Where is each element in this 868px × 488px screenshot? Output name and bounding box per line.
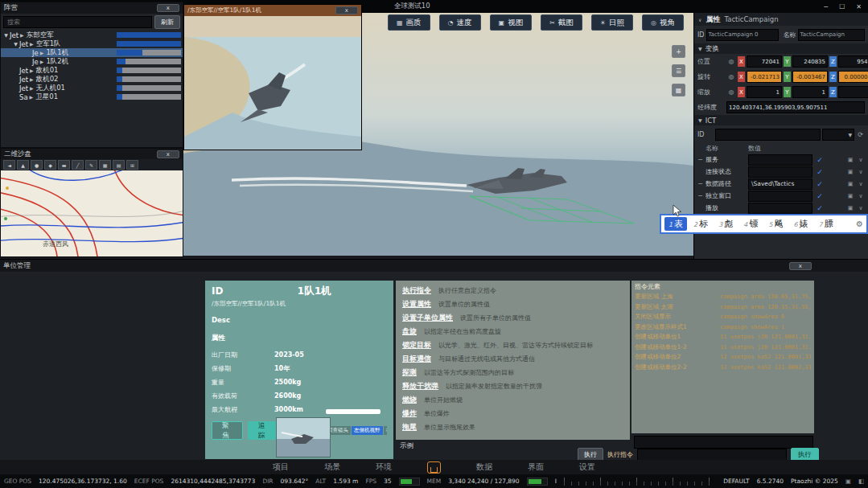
unit-tree-row[interactable]: Je ▶ 1队1机 — [1, 48, 183, 57]
viewport-side-button[interactable]: + — [672, 45, 685, 58]
command-entry[interactable]: 锁定目标 以光学、激光、红外、目视、雷达等方式持续锁定目标 — [402, 338, 623, 352]
command-entry[interactable]: 盘旋 以指定半径在当前高度盘旋 — [402, 325, 623, 338]
ict-property-field[interactable] — [748, 191, 812, 202]
viewport-toolbar-button[interactable]: ✂ 截图 — [541, 14, 582, 31]
box-icon[interactable]: ▣ — [846, 193, 854, 199]
unit-tree-row[interactable]: Je ▶ 1队2机 — [1, 57, 183, 66]
nav-item[interactable]: 项目 — [273, 461, 289, 473]
command-name[interactable]: 拖尾 — [402, 423, 417, 431]
command-log-row[interactable]: 更新区域 上海 campaign area 120.85,31.75,121.7… — [635, 292, 811, 302]
viewport-side-button[interactable]: ▦ — [672, 84, 685, 96]
map-tool-button[interactable]: ▤ — [113, 160, 125, 170]
name-field[interactable]: TacticCampaign — [798, 29, 865, 41]
command-name[interactable]: 燃烧 — [402, 396, 417, 404]
command-entry[interactable]: 执行指令 执行任意自定义指令 — [402, 284, 623, 297]
viewport-toolbar-button[interactable]: ☀ 日照 — [591, 14, 633, 31]
pip-close-button[interactable]: x — [335, 6, 358, 14]
scale-z-field[interactable]: 1 — [838, 86, 868, 98]
viewport-side-button[interactable]: ☰ — [672, 64, 685, 77]
status-mini-icon-2[interactable]: ◧ — [858, 478, 864, 485]
command-name[interactable]: 设置属性 — [402, 300, 431, 308]
rotation-z-field[interactable]: 0.000001 — [838, 71, 868, 83]
nav-item[interactable]: 环境 — [376, 461, 392, 473]
map-tool-button[interactable]: ◆ — [44, 160, 56, 170]
section-caret-icon[interactable]: ▼ — [698, 117, 702, 123]
section-caret-icon[interactable]: ▼ — [698, 46, 702, 51]
command-name[interactable]: 设置子单位属性 — [402, 314, 453, 322]
nav-item[interactable]: 场景 — [324, 461, 340, 473]
command-log-row[interactable]: 创建或移动单位2-2 12 xsetpos ka52 121.0002,31.0… — [635, 363, 811, 373]
collapse-chevron-icon[interactable]: ∨ — [698, 17, 701, 23]
command-entry[interactable]: 释放干扰弹 以指定频率发射指定数量的干扰弹 — [402, 379, 623, 393]
command-log-row[interactable]: 更改区域显示样式1 campaign showArea 1 — [635, 322, 811, 333]
command-entry[interactable]: 燃烧 单位开始燃烧 — [402, 393, 623, 407]
viewport-toolbar-button[interactable]: ▣ 视图 — [490, 14, 533, 31]
command-log-row[interactable]: 创建或移动单位2 12 xsetpos ka52 121.0001,31.000… — [635, 352, 811, 363]
command-log-row[interactable]: 更新区域 太湖 campaign area 120.15,31.55,120.3… — [635, 302, 811, 313]
map-tool-button[interactable]: ╱ — [72, 160, 84, 170]
checked-checkbox[interactable]: ✓ — [815, 156, 825, 164]
map-tool-button[interactable]: ● — [31, 160, 43, 170]
command-log-row[interactable]: 创建或移动单位1 11 xsetpos j20 121.0001,31.0001… — [635, 332, 811, 342]
collapse-dash[interactable]: − — [697, 156, 703, 163]
map-tool-button[interactable]: ▦ — [99, 160, 111, 170]
chevron-down-icon[interactable]: ∨ — [857, 157, 865, 163]
map-tool-button[interactable]: ◄ — [3, 160, 15, 170]
checked-checkbox[interactable]: ✓ — [815, 204, 825, 212]
command-name[interactable]: 目标通信 — [402, 355, 431, 363]
command-log-row[interactable]: 创建或移动单位1-2 11 xsetpos j20 121.0001,31.00… — [635, 342, 811, 353]
collapse-dash[interactable]: − — [697, 192, 703, 199]
viewport-toolbar-button[interactable]: ▦ 画质 — [388, 14, 430, 31]
log-input[interactable] — [634, 436, 813, 449]
checked-checkbox[interactable]: ✓ — [815, 180, 825, 188]
timeline-ruler[interactable] — [564, 477, 716, 486]
collapse-caret-icon[interactable]: ▼ — [2, 32, 10, 38]
command-entry[interactable]: 拖尾 单位显示拖尾效果 — [402, 420, 623, 434]
box-icon[interactable]: ▣ — [846, 157, 854, 163]
unit-tree-row[interactable]: Jet ▶ 无人机01 — [1, 84, 183, 92]
unit-tree-row[interactable]: ▼ Jet ▶ 空军1队 — [1, 39, 183, 48]
checked-checkbox[interactable]: ✓ — [815, 168, 825, 176]
nav-item[interactable]: 界面 — [528, 461, 544, 473]
execute-command-input[interactable] — [637, 449, 787, 461]
faction-search-input[interactable] — [3, 16, 152, 28]
ime-settings-icon[interactable]: ⚙ — [856, 219, 863, 228]
ime-candidate[interactable]: 4镖 — [739, 217, 762, 231]
faction-refresh-button[interactable]: 刷新 — [154, 15, 180, 29]
refresh-icon[interactable]: ⟳ — [856, 131, 865, 138]
command-entry[interactable]: 设置属性 设置单位的属性值 — [402, 297, 623, 311]
ict-id-field[interactable] — [715, 129, 821, 141]
checked-checkbox[interactable]: ✓ — [815, 192, 825, 200]
box-icon[interactable]: ▣ — [846, 169, 854, 175]
command-entry[interactable]: 爆炸 单位爆炸 — [402, 407, 623, 420]
box-icon[interactable]: ▣ — [846, 205, 854, 211]
faction-close-button[interactable]: x — [157, 4, 179, 12]
close-button[interactable]: ✕ — [856, 3, 862, 10]
latlon-field[interactable]: 120.403741,36.195903,95.907511 — [726, 101, 865, 113]
camera-view-tab[interactable]: 右侧机视野 — [384, 426, 388, 435]
command-name[interactable]: 锁定目标 — [402, 341, 431, 349]
ict-property-field[interactable] — [748, 203, 812, 214]
track-button[interactable]: 追踪 — [248, 421, 279, 440]
unit-tree-row[interactable]: ▼ Jet ▶ 东部空军 — [1, 31, 183, 39]
command-entry[interactable]: 目标通信 与目标通过无线电或其他方式通信 — [402, 352, 623, 366]
maximize-button[interactable]: ☐ — [839, 3, 845, 10]
unit-management-close-button[interactable]: x — [789, 262, 812, 270]
ime-candidate[interactable]: 7膘 — [815, 217, 837, 231]
ime-candidate[interactable]: 6婊 — [789, 217, 812, 231]
rotation-x-field[interactable]: -0.021713 — [747, 71, 782, 83]
box-icon[interactable]: ▣ — [846, 181, 854, 187]
command-log-row[interactable]: 关闭区域显示 campaign showArea 0 — [635, 312, 811, 322]
map-close-button[interactable]: x — [157, 150, 179, 158]
viewport-toolbar-button[interactable]: ◎ 视角 — [642, 14, 684, 31]
map-tool-button[interactable]: ⊞ — [126, 160, 138, 170]
id-field[interactable]: TacticCampaign 0 — [706, 29, 779, 41]
nav-item[interactable]: 数据 — [476, 461, 492, 473]
viewport-toolbar-button[interactable]: ◔ 速度 — [439, 14, 481, 31]
position-x-field[interactable]: 72041 — [747, 55, 782, 68]
chevron-down-icon[interactable]: ∨ — [857, 193, 865, 199]
command-name[interactable]: 探测 — [402, 368, 417, 376]
command-entry[interactable]: 设置子单位属性 设置所有子单位的属性值 — [402, 311, 623, 325]
camera-view-tab[interactable]: 左侧机视野 — [352, 426, 383, 435]
nav-logo-icon[interactable] — [427, 461, 441, 474]
